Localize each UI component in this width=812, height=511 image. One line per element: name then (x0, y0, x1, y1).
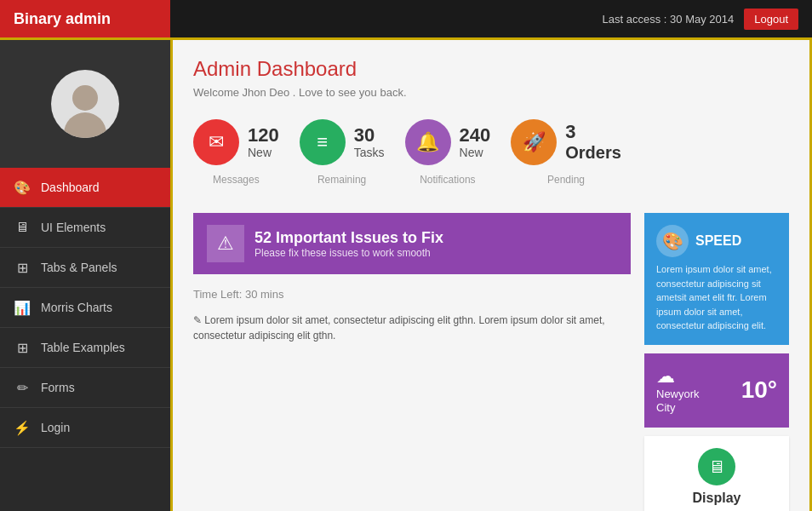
sidebar-label-tabs-panels: Tabs & Panels (41, 261, 117, 274)
right-tiles: 🎨 SPEED Lorem ipsum dolor sit amet, cons… (644, 213, 789, 511)
display-icon: 🖥 (698, 448, 735, 485)
avatar-section (0, 40, 170, 168)
stats-row: ✉ 120 New Messages ≡ 30 Tasks Rem (193, 119, 789, 186)
sidebar-label-morris-charts: Morris Charts (41, 301, 112, 314)
orders-label: Orders (565, 143, 621, 163)
bottom-section: ⚠ 52 Important Issues to Fix Please fix … (193, 213, 789, 511)
sidebar-label-table-examples: Table Examples (41, 341, 125, 354)
speed-body: Lorem ipsum dolor sit amet, consectetur … (656, 262, 777, 333)
avatar-body (64, 112, 106, 138)
sidebar-label-login: Login (41, 421, 70, 434)
sidebar-item-dashboard[interactable]: 🎨 Dashboard (0, 168, 170, 208)
weather-tile: ☁ Newyork City 10° (644, 353, 789, 428)
sidebar-label-ui-elements: UI Elements (41, 221, 106, 234)
tasks-label: Tasks (354, 146, 385, 159)
notifications-icon-circle: 🔔 (405, 119, 451, 165)
ui-elements-icon: 🖥 (14, 219, 31, 236)
brand-title: Binary admin (0, 0, 170, 37)
orders-icon-circle: 🚀 (511, 119, 557, 165)
lorem-text-1: ✎ Lorem ipsum dolor sit amet, consectetu… (193, 313, 631, 343)
sidebar-label-dashboard: Dashboard (41, 181, 100, 194)
tabs-panels-icon: ⊞ (14, 259, 31, 276)
avatar-figure (51, 70, 119, 138)
messages-sublabel: Messages (213, 174, 260, 186)
table-examples-icon: ⊞ (14, 339, 31, 356)
content-area: Admin Dashboard Welcome Jhon Deo . Love … (170, 40, 812, 511)
orders-sublabel: Pending (547, 174, 585, 186)
speed-tile: 🎨 SPEED Lorem ipsum dolor sit amet, cons… (644, 213, 789, 345)
logout-button[interactable]: Logout (744, 9, 798, 30)
stat-orders: 🚀 3 Orders Pending (511, 119, 621, 186)
notifications-sublabel: Notifications (420, 174, 475, 186)
messages-count: 120 (248, 125, 279, 146)
orders-count: 3 (565, 122, 621, 142)
stat-tasks: ≡ 30 Tasks Remaining (300, 119, 385, 186)
speed-label: SPEED (695, 233, 741, 249)
sidebar-item-login[interactable]: ⚡ Login (0, 408, 170, 448)
forms-icon: ✏ (14, 379, 31, 396)
login-icon: ⚡ (14, 419, 31, 436)
stat-notifications: 🔔 240 New Notifications (405, 119, 491, 186)
morris-charts-icon: 📊 (14, 299, 31, 316)
display-label: Display (693, 491, 741, 506)
edit-icon: ✎ (193, 314, 204, 326)
weather-city: Newyork City (656, 388, 700, 416)
weather-temp: 10° (741, 376, 777, 404)
tasks-sublabel: Remaining (317, 174, 366, 186)
speed-icon: 🎨 (656, 225, 689, 257)
sidebar-item-table-examples[interactable]: ⊞ Table Examples (0, 328, 170, 368)
cloud-icon: ☁ (656, 365, 675, 387)
sidebar-nav: 🎨 Dashboard 🖥 UI Elements ⊞ Tabs & Panel… (0, 168, 170, 511)
avatar (51, 70, 119, 138)
page-title: Admin Dashboard (193, 57, 789, 81)
page-subtitle: Welcome Jhon Deo . Love to see you back. (193, 86, 789, 99)
display-tile: 🖥 Display Looking Good (644, 436, 789, 511)
issues-subtitle: Please fix these issues to work smooth (254, 247, 443, 259)
sidebar-label-forms: Forms (41, 381, 75, 394)
issues-title: 52 Important Issues to Fix (254, 229, 443, 247)
issues-alert-box: ⚠ 52 Important Issues to Fix Please fix … (193, 213, 631, 274)
notifications-count: 240 (460, 125, 491, 146)
sidebar: 🎨 Dashboard 🖥 UI Elements ⊞ Tabs & Panel… (0, 40, 170, 511)
messages-label: New (248, 146, 279, 159)
sidebar-item-tabs-panels[interactable]: ⊞ Tabs & Panels (0, 248, 170, 288)
stat-messages: ✉ 120 New Messages (193, 119, 279, 186)
sidebar-item-forms[interactable]: ✏ Forms (0, 368, 170, 408)
header-right: Last access : 30 May 2014 Logout (603, 9, 798, 30)
last-access-text: Last access : 30 May 2014 (603, 13, 735, 26)
messages-icon-circle: ✉ (193, 119, 239, 165)
issues-box: ⚠ 52 Important Issues to Fix Please fix … (193, 213, 631, 511)
time-left: Time Left: 30 mins (193, 288, 631, 301)
sidebar-item-ui-elements[interactable]: 🖥 UI Elements (0, 208, 170, 248)
alert-warning-icon: ⚠ (207, 225, 244, 262)
top-header: Binary admin Last access : 30 May 2014 L… (0, 0, 812, 37)
avatar-head (72, 85, 98, 111)
tasks-icon-circle: ≡ (300, 119, 346, 165)
dashboard-icon: 🎨 (14, 179, 31, 196)
tasks-count: 30 (354, 125, 385, 146)
notifications-label: New (460, 146, 491, 159)
main-layout: 🎨 Dashboard 🖥 UI Elements ⊞ Tabs & Panel… (0, 37, 812, 511)
sidebar-item-morris-charts[interactable]: 📊 Morris Charts (0, 288, 170, 328)
